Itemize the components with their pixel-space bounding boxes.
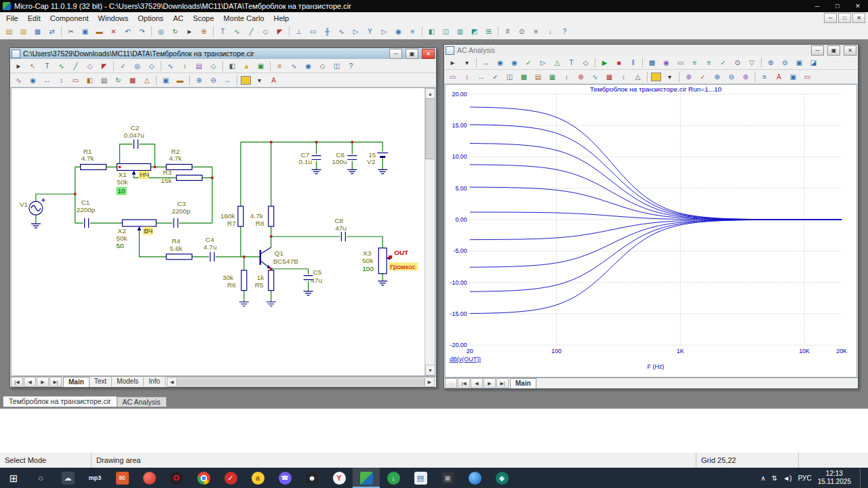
window-split-icon[interactable]: ⊞	[482, 25, 495, 38]
ac-restore-button[interactable]: ▣	[827, 45, 840, 56]
select-icon[interactable]: ►	[12, 60, 25, 73]
restore-icon[interactable]: ◪	[807, 56, 820, 69]
flag-icon[interactable]: ◤	[273, 25, 286, 38]
save-icon[interactable]: ▦	[31, 25, 44, 38]
stop-icon[interactable]: ■	[612, 56, 625, 69]
grid-f-icon[interactable]: ▩	[517, 70, 530, 83]
schematic-label[interactable]: 50k	[362, 257, 373, 264]
select-icon[interactable]: ►	[183, 25, 196, 38]
schematic-label[interactable]: R7	[227, 220, 236, 227]
schematic-label[interactable]: 2200p	[172, 207, 191, 215]
child-restore-button[interactable]: □	[838, 13, 851, 23]
schematic-label[interactable]: 4.7k	[81, 155, 94, 163]
copy-icon[interactable]: ▣	[159, 74, 172, 87]
watch-icon[interactable]: ⊙	[731, 56, 744, 69]
app-edge[interactable]	[461, 468, 488, 488]
schematic-label[interactable]: 15k	[161, 177, 172, 184]
paste-icon[interactable]: ▬	[93, 25, 106, 38]
schematic-label[interactable]: R3	[163, 169, 172, 176]
link-icon[interactable]: ◉	[302, 60, 315, 73]
grid-b-icon[interactable]: ↕	[460, 70, 473, 83]
schematic-label[interactable]: C3	[177, 200, 186, 207]
zoom-out-icon[interactable]: ⊖	[207, 74, 220, 87]
translate-icon[interactable]: ⇄	[45, 25, 58, 38]
transistor-Q1-leads[interactable]	[260, 247, 271, 269]
grid-toggle-icon[interactable]: ∿	[12, 74, 25, 87]
cursor-icon[interactable]: ◉	[508, 56, 521, 69]
pkey-icon[interactable]: ▽	[745, 56, 758, 69]
resistor-R4[interactable]	[166, 254, 192, 260]
app-viber[interactable]: ☎	[271, 468, 298, 488]
scale-icon[interactable]: ◉	[494, 56, 507, 69]
ground-icon[interactable]: ⊥	[292, 25, 305, 38]
tag-h-icon[interactable]: ▷	[536, 56, 549, 69]
hidden-icons-chevron[interactable]: ∧	[761, 474, 766, 482]
schematic-label[interactable]: 47u	[311, 277, 323, 284]
schematic-window-titlebar[interactable]: C:\Users\37529\Downloads\MC11\DATA\Тембр…	[10, 48, 436, 59]
waveform-label[interactable]: dB(v(OUT))	[450, 356, 481, 363]
snap-icon[interactable]: ▭	[801, 70, 814, 83]
schematic-label[interactable]: 0.1u	[299, 158, 312, 165]
resistor-icon[interactable]: ▭	[307, 25, 319, 38]
schematic-label[interactable]: 4.7k	[169, 155, 182, 163]
schematic-label[interactable]: C1	[81, 199, 90, 206]
window-tile-v-icon[interactable]: ▥	[454, 25, 467, 38]
grid-e-icon[interactable]: ◫	[503, 70, 516, 83]
inductor-icon[interactable]: ∿	[335, 25, 348, 38]
wire-icon[interactable]: ∿	[231, 25, 243, 38]
cursor-r-icon[interactable]: ↕	[560, 70, 573, 83]
scroll-right-icon[interactable]: ▶	[425, 378, 434, 386]
tag-icon[interactable]: ⊕	[682, 70, 695, 83]
document-tab[interactable]: Темброблок на транзисторе.cir	[3, 396, 117, 407]
zoom-in-icon[interactable]: ⊕	[764, 56, 777, 69]
child-minimize-button[interactable]: ─	[824, 13, 837, 23]
delete-icon[interactable]: ✕	[107, 25, 120, 38]
capacitor-C8[interactable]	[341, 232, 345, 241]
schematic-label[interactable]: 5.6k	[170, 245, 182, 252]
window-tile-h-icon[interactable]: ◫	[439, 25, 452, 38]
app-ghost[interactable]: ☻	[298, 468, 326, 488]
text-icon[interactable]: T	[41, 60, 54, 73]
align-icon[interactable]: ◧	[226, 60, 239, 73]
points-icon[interactable]: ▩	[646, 56, 658, 69]
pan-icon[interactable]: ↔	[479, 56, 492, 69]
search-icon[interactable]: ▤	[98, 74, 111, 87]
redo-icon[interactable]: ↷	[136, 25, 149, 38]
dropdown-icon[interactable]: ▾	[253, 74, 266, 87]
warning-icon[interactable]: ▲	[240, 60, 253, 73]
tab-nav-button[interactable]: |◀	[458, 378, 470, 388]
schematic-label[interactable]: X1	[118, 171, 127, 178]
capacitor-C3[interactable]	[174, 218, 178, 228]
schematic-label[interactable]: 50k	[116, 235, 127, 242]
tab-nav-button[interactable]: ◀	[24, 377, 36, 387]
props-icon[interactable]: ◇	[579, 56, 592, 69]
grid-c-icon[interactable]: ↔	[475, 70, 488, 83]
volume-icon[interactable]: ◄)	[783, 474, 791, 482]
resistor-R1[interactable]	[81, 164, 106, 169]
app-shield-teal[interactable]: ◆	[488, 468, 515, 488]
app-yandex[interactable]: Y	[326, 468, 353, 488]
schematic-label[interactable]: R2	[171, 148, 180, 155]
capacitor-C2[interactable]	[134, 140, 138, 149]
refresh-icon[interactable]: ↻	[169, 25, 182, 38]
clock[interactable]: 12:13 15.11.2025	[818, 470, 851, 487]
schematic-label[interactable]: 1k	[257, 274, 264, 281]
check-icon[interactable]: ✓	[117, 60, 130, 73]
schematic-label[interactable]: 10	[117, 187, 125, 195]
app-dark[interactable]: ▣	[434, 468, 461, 488]
potentiometer-X1[interactable]	[117, 163, 151, 170]
tab-nav-button[interactable]: ▶|	[50, 377, 62, 387]
pan-icon[interactable]: ↔	[221, 74, 234, 87]
scroll-left-icon[interactable]: ◀	[167, 378, 177, 386]
copy-icon[interactable]: ▣	[787, 70, 800, 83]
schematic-label[interactable]: 50k	[117, 178, 127, 186]
grid-d-icon[interactable]: ✓	[489, 70, 502, 83]
watch-icon[interactable]: ⊙	[515, 25, 528, 38]
refresh-icon[interactable]: ↻	[112, 74, 125, 87]
tab-main[interactable]: Main	[510, 378, 536, 388]
schematic-hscroll[interactable]: ◀ ▶	[167, 377, 435, 387]
target-icon[interactable]: ✓	[696, 70, 709, 83]
trim-icon[interactable]: ▭	[69, 74, 82, 87]
help-mode-icon[interactable]: ▩	[126, 74, 139, 87]
schematic-label[interactable]: R5	[255, 281, 264, 289]
